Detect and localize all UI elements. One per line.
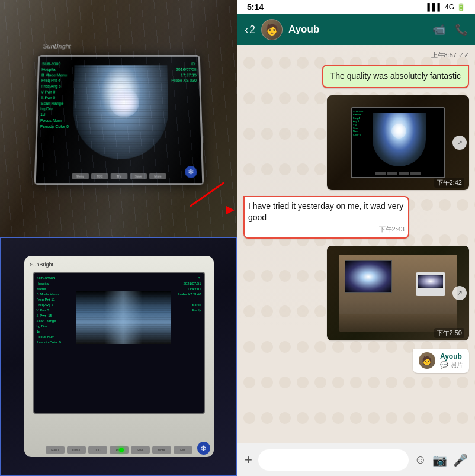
device-screen-bottom: SUB-9000SHospitalNameB Mode MenuFreq Pnt… bbox=[33, 272, 205, 414]
btn-menu-b: Menu bbox=[46, 446, 65, 454]
ultrasound-scan-top bbox=[72, 65, 168, 159]
timestamp-morning: 上午8:57 ✓✓ bbox=[243, 51, 469, 60]
btn-menu: Menu bbox=[72, 173, 89, 179]
room-scene bbox=[339, 255, 457, 332]
message-row-1: The quality was absolutely fantastic bbox=[243, 65, 469, 88]
btn-detail-b: Detail bbox=[67, 446, 86, 454]
screen-inner-bottom: SUB-9000SHospitalNameB Mode MenuFreq Pnt… bbox=[34, 273, 204, 413]
image-message-2: 下午2:50 ↗ bbox=[327, 246, 469, 340]
status-icons: ▌▌▌ 4G 🔋 bbox=[427, 3, 466, 11]
screen-data-right-bottom: ID:2021/07/3111:43:01Probe X7.5L40Scroll… bbox=[177, 276, 201, 313]
portable-device bbox=[416, 272, 445, 296]
message-text-1: The quality was absolutely fantastic bbox=[330, 70, 461, 82]
mini-buttons bbox=[375, 172, 421, 175]
btn-more-b: More bbox=[152, 446, 171, 454]
portable-screen bbox=[418, 275, 443, 288]
message-row-4: 下午2:50 ↗ bbox=[243, 246, 469, 340]
btn-toc: TOC bbox=[91, 173, 108, 179]
battery-icon: 🔋 bbox=[457, 3, 466, 11]
chat-header[interactable]: ‹ 2 🧑 Ayoub 📹 📞 bbox=[238, 14, 475, 45]
device-buttons-top: Menu TOC Thy Save More bbox=[72, 173, 166, 179]
mini-btn-3 bbox=[399, 172, 409, 175]
message-text-3: I have tried it yesterday on me, it wad … bbox=[248, 201, 405, 224]
emoji-icon[interactable]: ☺ bbox=[415, 453, 426, 467]
ayoub-contact-card: 🧑 Ayoub 💬 照片 bbox=[413, 349, 469, 373]
chat-messages-area[interactable]: 上午8:57 ✓✓ The quality was absolutely fan… bbox=[238, 45, 475, 443]
ayoub-avatar: 🧑 bbox=[419, 352, 435, 369]
mini-screen: SUB-9000B ModeFreq 4Avg 6V 0ScanNumColor… bbox=[352, 108, 444, 177]
message-input[interactable] bbox=[258, 449, 409, 471]
device-body-bottom: SunBright SUB-9000SHospitalNameB Mode Me… bbox=[24, 256, 214, 457]
message-row-2: SUB-9000B ModeFreq 4Avg 6V 0ScanNumColor… bbox=[243, 95, 469, 190]
mini-btn-4 bbox=[410, 172, 421, 175]
mini-btn-1 bbox=[375, 172, 386, 175]
status-time: 5:14 bbox=[247, 2, 264, 12]
scan-overlay-bottom bbox=[76, 291, 171, 344]
screen-content-top: SUB-9000HospitalB Mode MenuFreq Pnt 4Fre… bbox=[36, 57, 202, 183]
mic-icon[interactable]: 🎤 bbox=[453, 453, 468, 467]
mini-device: SUB-9000B ModeFreq 4Avg 6V 0ScanNumColor… bbox=[351, 107, 445, 178]
device-screen-top: SunBright SUB-9000HospitalB Mode MenuFre… bbox=[34, 55, 204, 185]
wall-screen-image bbox=[345, 261, 391, 292]
chat-image-2 bbox=[327, 246, 469, 340]
ultrasound-bottom: SunBright SUB-9000SHospitalNameB Mode Me… bbox=[1, 238, 236, 475]
mini-btn-2 bbox=[387, 172, 397, 175]
signal-icon: ▌▌▌ bbox=[427, 3, 442, 11]
image-time-2: 下午2:50 bbox=[434, 328, 464, 338]
camera-icon[interactable]: 📷 bbox=[432, 453, 447, 467]
chat-image-2-container: 下午2:50 ↗ bbox=[327, 246, 469, 340]
top-photo: SunBright SUB-9000HospitalB Mode MenuFre… bbox=[0, 0, 238, 237]
power-indicator bbox=[119, 448, 124, 452]
chevron-left-icon: ‹ bbox=[245, 24, 248, 36]
ayoub-name: Ayoub bbox=[440, 352, 463, 361]
contact-avatar[interactable]: 🧑 bbox=[261, 19, 283, 40]
ayoub-contact-row: 🧑 Ayoub 💬 照片 bbox=[243, 349, 469, 373]
chat-image-1: SUB-9000B ModeFreq 4Avg 6V 0ScanNumColor… bbox=[327, 95, 469, 190]
share-icon-1[interactable]: ↗ bbox=[452, 136, 467, 150]
left-panel: SunBright SUB-9000HospitalB Mode MenuFre… bbox=[0, 0, 238, 476]
back-count: 2 bbox=[249, 24, 255, 36]
portable-scan bbox=[418, 275, 443, 288]
ayoub-sub: 💬 照片 bbox=[440, 361, 463, 369]
ultrasound-scan-bottom bbox=[76, 291, 171, 344]
snowflake-icon-bottom: ❄ bbox=[197, 442, 210, 455]
image-time-1: 下午2:42 bbox=[434, 178, 464, 188]
status-bar: 5:14 ▌▌▌ 4G 🔋 bbox=[238, 0, 475, 14]
brand-label-top: SunBright bbox=[43, 43, 70, 49]
message-row-3: I have tried it yesterday on me, it wad … bbox=[243, 196, 469, 239]
chat-bottom-bar[interactable]: + ☺ 📷 🎤 bbox=[238, 443, 475, 476]
scan-lines-top bbox=[72, 65, 168, 159]
back-button[interactable]: ‹ 2 bbox=[245, 24, 255, 36]
video-call-icon[interactable]: 📹 bbox=[432, 23, 445, 36]
btn-thy: Thy bbox=[110, 173, 127, 179]
screen-data-right-top: ID:2016/07/0817:37:15Probe XS 030 bbox=[171, 61, 197, 83]
snowflake-icon-top: ❄ bbox=[184, 166, 197, 178]
mini-bright-spot bbox=[391, 124, 406, 139]
header-action-icons[interactable]: 📹 📞 bbox=[432, 23, 468, 36]
mini-scan-image bbox=[373, 113, 426, 166]
btn-more: More bbox=[149, 173, 166, 179]
plus-icon[interactable]: + bbox=[245, 452, 252, 468]
share-icon-2[interactable]: ↗ bbox=[452, 286, 467, 300]
contact-name: Ayoub bbox=[288, 24, 426, 36]
wall-screen bbox=[345, 260, 392, 293]
btn-save-b: Save bbox=[131, 446, 150, 454]
right-panel: 5:14 ▌▌▌ 4G 🔋 ‹ 2 🧑 Ayoub 📹 📞 上午8:57 ✓✓ … bbox=[238, 0, 475, 476]
screen-data-left-bottom: SUB-9000SHospitalNameB Mode MenuFreq Pnt… bbox=[37, 276, 61, 345]
ayoub-info: Ayoub 💬 照片 bbox=[440, 352, 463, 369]
bottom-photo: ✕ SunBright SUB-9000SHospitalNameB Mode … bbox=[0, 237, 238, 476]
message-time-3: 下午2:43 bbox=[248, 225, 405, 234]
image-message-1: SUB-9000B ModeFreq 4Avg 6V 0ScanNumColor… bbox=[327, 95, 469, 190]
btn-save: Save bbox=[130, 173, 147, 179]
message-bubble-sent-1: The quality was absolutely fantastic bbox=[322, 65, 469, 88]
btn-toc-b: TOC bbox=[88, 446, 107, 454]
mini-data: SUB-9000B ModeFreq 4Avg 6V 0ScanNumColor… bbox=[353, 110, 364, 137]
phone-call-icon[interactable]: 📞 bbox=[455, 23, 468, 36]
screen-data-left-top: SUB-9000HospitalB Mode MenuFreq Pnt 4Fre… bbox=[40, 61, 70, 129]
btn-exit-b: Exit bbox=[174, 446, 192, 454]
red-arrow-head bbox=[226, 206, 235, 214]
brand-bottom: SunBright bbox=[30, 262, 54, 268]
message-bubble-received-1: I have tried it yesterday on me, it wad … bbox=[243, 196, 409, 239]
ultrasound-top: SunBright SUB-9000HospitalB Mode MenuFre… bbox=[0, 0, 238, 237]
network-label: 4G bbox=[445, 3, 454, 11]
